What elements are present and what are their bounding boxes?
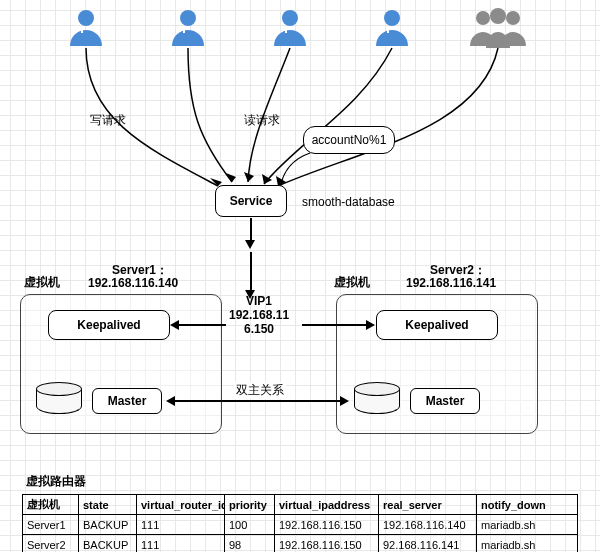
vip-block: VIP1 192.168.11 6.150: [229, 294, 289, 336]
svg-point-9: [490, 8, 506, 24]
keepalived-node: Keepalived: [376, 310, 498, 340]
svg-marker-13: [244, 172, 254, 182]
svg-point-0: [78, 10, 94, 26]
vm-label-left: 虚拟机: [24, 274, 60, 291]
service-node: Service: [215, 185, 287, 217]
svg-point-4: [282, 10, 298, 26]
table-cell: 111: [137, 515, 225, 535]
svg-point-10: [506, 11, 520, 25]
arrow-left-icon: [166, 396, 175, 406]
service-label: Service: [230, 194, 273, 208]
connector-line: [178, 324, 226, 326]
svg-rect-3: [183, 26, 185, 33]
svg-rect-1: [81, 26, 83, 33]
arrow-down-icon: [245, 240, 255, 249]
master-label: Master: [426, 394, 465, 408]
vip-line2: 192.168.11: [229, 308, 289, 322]
user-icon: [66, 6, 106, 46]
table-cell: 192.168.116.150: [275, 535, 379, 553]
server1-ip: 192.168.116.140: [88, 276, 178, 290]
keepalived-label: Keepalived: [405, 318, 468, 332]
table-row: Server2BACKUP11198192.168.116.15092.168.…: [23, 535, 578, 553]
account-mod-callout: accountNo%1: [303, 126, 395, 154]
arrow-left-icon: [170, 320, 179, 330]
svg-rect-5: [285, 26, 287, 33]
table-header: state: [79, 495, 137, 515]
group-icon: [468, 6, 528, 50]
user-icon: [270, 6, 310, 46]
vm-label-right: 虚拟机: [334, 274, 370, 291]
table-cell: 98: [225, 535, 275, 553]
table-cell: 192.168.116.140: [379, 515, 477, 535]
table-cell: 100: [225, 515, 275, 535]
table-header: notify_down: [477, 495, 578, 515]
svg-point-6: [384, 10, 400, 26]
table-cell: 192.168.116.150: [275, 515, 379, 535]
table-cell: 111: [137, 535, 225, 553]
table-row: Server1BACKUP111100192.168.116.150192.16…: [23, 515, 578, 535]
table-header: virtual_router_id: [137, 495, 225, 515]
table-cell: BACKUP: [79, 535, 137, 553]
keepalived-label: Keepalived: [77, 318, 140, 332]
master-label: Master: [108, 394, 147, 408]
svg-marker-12: [226, 173, 236, 182]
arrow-right-icon: [366, 320, 375, 330]
table-cell: 92.168.116.141: [379, 535, 477, 553]
arrow-right-icon: [340, 396, 349, 406]
table-cell: Server2: [23, 535, 79, 553]
table-header: real_server: [379, 495, 477, 515]
keepalived-node: Keepalived: [48, 310, 170, 340]
connector-line: [250, 218, 252, 242]
write-request-label: 写请求: [90, 112, 126, 129]
table-cell: BACKUP: [79, 515, 137, 535]
connector-line: [174, 400, 342, 402]
vip-line3: 6.150: [229, 322, 289, 336]
smooth-database-label: smooth-database: [302, 195, 395, 209]
server2-ip: 192.168.116.141: [406, 276, 496, 290]
table-header: virtual_ipaddress: [275, 495, 379, 515]
dual-master-label: 双主关系: [234, 382, 286, 399]
table-cell: Server1: [23, 515, 79, 535]
vip-title: VIP1: [229, 294, 289, 308]
read-request-label: 读请求: [244, 112, 280, 129]
virtual-router-table: 虚拟路由器 虚拟机statevirtual_router_idpriorityv…: [22, 473, 578, 552]
user-icon: [168, 6, 208, 46]
master-node: Master: [92, 388, 162, 414]
table-cell: mariadb.sh: [477, 535, 578, 553]
table-header: priority: [225, 495, 275, 515]
user-icon: [372, 6, 412, 46]
diagram-canvas: 写请求 读请求 accountNo%1 Service smooth-datab…: [0, 0, 600, 552]
table-header: 虚拟机: [23, 495, 79, 515]
master-node: Master: [410, 388, 480, 414]
connector-line: [302, 324, 368, 326]
connector-line: [250, 252, 252, 292]
svg-point-2: [180, 10, 196, 26]
account-mod-label: accountNo%1: [312, 133, 387, 147]
svg-point-8: [476, 11, 490, 25]
table-cell: mariadb.sh: [477, 515, 578, 535]
svg-rect-7: [387, 26, 389, 33]
svg-marker-14: [262, 174, 272, 184]
table-title: 虚拟路由器: [26, 473, 578, 490]
